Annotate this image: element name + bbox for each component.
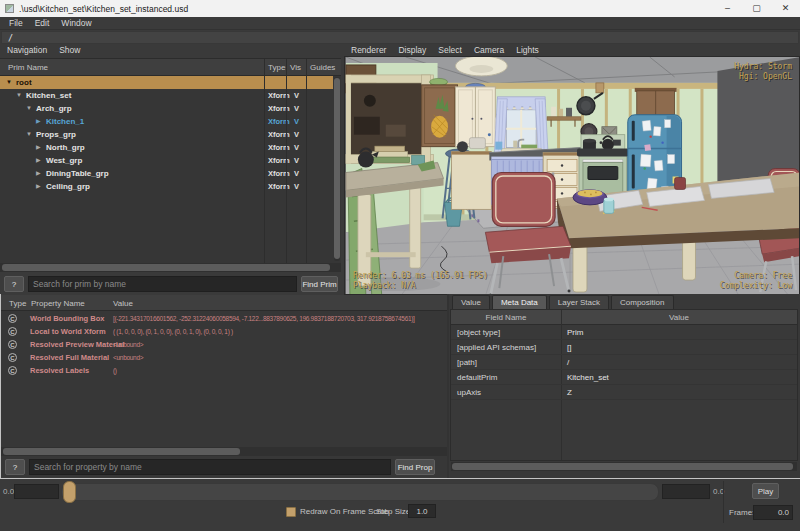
expanded-arrow-icon[interactable]: ▼ (26, 128, 32, 141)
prim-tree-header: Prim Name Type Vis Guides (0, 59, 341, 76)
titlebar[interactable]: .\usd\Kitchen_set\Kitchen_set_instanced.… (0, 0, 800, 17)
range-end-input[interactable] (662, 484, 710, 499)
menubar-item-edit[interactable]: Edit (29, 18, 56, 28)
metadata-row[interactable]: defaultPrimKitchen_set (451, 370, 797, 385)
frame-input[interactable] (753, 505, 793, 520)
tab-layer-stack[interactable]: Layer Stack (549, 295, 609, 309)
play-button[interactable]: Play (752, 483, 779, 499)
column-divider (286, 59, 287, 263)
hud-renderer-info: Hydra: StormHgi: OpenGL (734, 62, 792, 82)
computed-property-icon: C (8, 314, 17, 323)
minimize-button[interactable]: – (713, 0, 742, 17)
property-horizontal-scrollbar[interactable] (1, 447, 447, 456)
app-icon (5, 4, 14, 13)
hud-performance-info: Render: 6.03 ms (165.91 FPS)Playback: N/… (353, 271, 488, 291)
metadata-horizontal-scrollbar[interactable] (451, 462, 797, 471)
expanded-arrow-icon[interactable]: ▼ (6, 76, 12, 89)
metadata-row[interactable]: upAxisZ (451, 385, 797, 400)
hud-line: Camera: Free (720, 271, 792, 281)
redraw-on-scrub-checkbox[interactable] (286, 507, 296, 517)
prim-vis[interactable]: V (287, 154, 306, 167)
menubar-item-file[interactable]: File (3, 18, 29, 28)
prim-row-root[interactable]: ▼root (0, 76, 333, 89)
metadata-field-value: Z (567, 385, 572, 400)
prim-vis[interactable]: V (287, 115, 306, 128)
expanded-arrow-icon[interactable]: ▼ (26, 102, 32, 115)
property-row[interactable]: CWorld Bounding Box[(-221.34317016601562… (1, 312, 447, 325)
hud-camera-info: Camera: FreeComplexity: Low (720, 271, 792, 291)
metadata-field-value: [] (567, 340, 571, 355)
inspector-panel: ValueMeta DataLayer StackComposition Fie… (449, 294, 800, 478)
prim-vis[interactable]: V (287, 128, 306, 141)
metadata-row[interactable]: [path]/ (451, 355, 797, 370)
prim-search-input[interactable] (28, 276, 297, 292)
col-vis: Vis (290, 63, 301, 72)
viewport[interactable]: Hydra: StormHgi: OpenGL Render: 6.03 ms … (344, 56, 800, 295)
collapsed-arrow-icon[interactable]: ▶ (36, 180, 41, 193)
metadata-table[interactable]: Field Name Value [object type]Prim[appli… (450, 309, 798, 461)
menubar-item-window[interactable]: Window (55, 18, 97, 28)
property-row[interactable]: CResolved Labels() (1, 364, 447, 377)
prim-row-Props_grp[interactable]: ▼Props_grpXformV (0, 128, 333, 141)
prim-row-DiningTable_grp[interactable]: ▶DiningTable_grpXformV (0, 167, 333, 180)
tab-value[interactable]: Value (452, 295, 490, 309)
find-prop-button[interactable]: Find Prop (395, 459, 435, 475)
prim-row-Kitchen_1[interactable]: ▶Kitchen_1XformV (0, 115, 333, 128)
frame-slider-track[interactable] (61, 483, 659, 501)
prim-vis[interactable]: V (287, 180, 306, 193)
prim-search-help-button[interactable]: ? (4, 276, 24, 292)
browser-menu-navigation[interactable]: Navigation (1, 45, 53, 57)
prim-row-Arch_grp[interactable]: ▼Arch_grpXformV (0, 102, 333, 115)
collapsed-arrow-icon[interactable]: ▶ (36, 141, 41, 154)
expanded-arrow-icon[interactable]: ▼ (16, 89, 22, 102)
step-size-input[interactable] (408, 504, 436, 518)
prim-vis[interactable]: V (287, 89, 306, 102)
hud-line: Complexity: Low (720, 281, 792, 291)
property-row[interactable]: CResolved Full Material<unbound> (1, 351, 447, 364)
tab-composition[interactable]: Composition (611, 295, 673, 309)
property-name: Resolved Labels (30, 364, 89, 377)
metadata-row[interactable]: [object type]Prim (451, 325, 797, 340)
browser-menu-show[interactable]: Show (53, 45, 86, 57)
tree-horizontal-scrollbar[interactable] (0, 263, 341, 272)
metadata-row[interactable]: [applied API schemas][] (451, 340, 797, 355)
frame-label: Frame: (729, 508, 754, 517)
close-button[interactable]: ✕ (771, 0, 800, 17)
property-search-input[interactable] (29, 459, 391, 475)
prim-tree[interactable]: Prim Name Type Vis Guides ▼root▼Kitchen_… (0, 58, 341, 263)
find-prim-button[interactable]: Find Prim (301, 276, 338, 292)
prim-vis[interactable]: V (287, 167, 306, 180)
property-panel[interactable]: Type Property Name Value CWorld Bounding… (1, 295, 447, 477)
step-size-label: Step Size (376, 507, 410, 516)
range-start-input[interactable] (14, 484, 59, 499)
prim-path-bar[interactable]: / (1, 31, 799, 44)
window-controls: – ▢ ✕ (713, 0, 800, 17)
prim-row-Kitchen_set[interactable]: ▼Kitchen_setXformV (0, 89, 333, 102)
tree-vertical-scrollbar[interactable] (334, 77, 340, 261)
collapsed-arrow-icon[interactable]: ▶ (36, 167, 41, 180)
maximize-button[interactable]: ▢ (742, 0, 771, 17)
property-search-help-button[interactable]: ? (5, 459, 25, 475)
prim-vis[interactable]: V (287, 102, 306, 115)
prim-vis[interactable]: V (287, 141, 306, 154)
metadata-field-name: upAxis (457, 385, 481, 400)
collapsed-arrow-icon[interactable]: ▶ (36, 154, 41, 167)
prim-name: DiningTable_grp (46, 167, 109, 180)
property-value: <unbound> (113, 351, 143, 364)
property-value: ( (1, 0, 0, 0), (0, 1, 0, 0), (0, 0, 1, … (113, 325, 233, 338)
col-field-value: Value (561, 313, 797, 322)
frame-slider-handle[interactable] (63, 481, 76, 503)
hud-line: Hydra: Storm (734, 62, 792, 72)
property-row[interactable]: CResolved Preview Material<unbound> (1, 338, 447, 351)
timeline-bar: 0.0 0.0 Play Redraw On Frame Scrub Step … (0, 479, 800, 531)
collapsed-arrow-icon[interactable]: ▶ (36, 115, 41, 128)
hud-line: Render: 6.03 ms (165.91 FPS) (353, 271, 488, 281)
prim-row-Ceiling_grp[interactable]: ▶Ceiling_grpXformV (0, 180, 333, 193)
prim-row-North_grp[interactable]: ▶North_grpXformV (0, 141, 333, 154)
prim-row-West_grp[interactable]: ▶West_grpXformV (0, 154, 333, 167)
metadata-field-name: defaultPrim (457, 370, 497, 385)
property-row[interactable]: CLocal to World Xform( (1, 0, 0, 0), (0,… (1, 325, 447, 338)
col-prop-type: Type (9, 299, 26, 308)
viewport-scene[interactable] (345, 57, 800, 295)
tab-meta-data[interactable]: Meta Data (492, 295, 547, 309)
